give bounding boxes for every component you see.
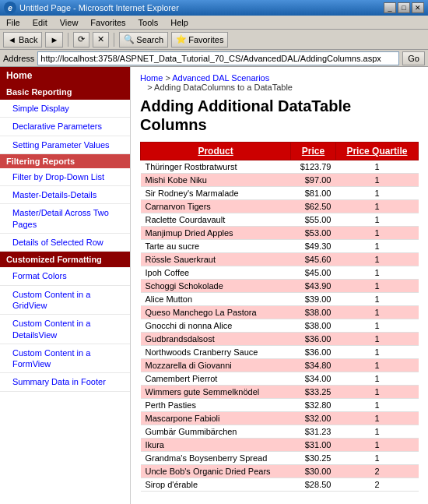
table-row: Uncle Bob's Organic Dried Pears$30.002 [141, 465, 419, 478]
table-row: Ipoh Coffee$45.001 [141, 266, 419, 280]
table-cell-15-0: Mozzarella di Giovanni [141, 359, 291, 372]
table-cell-22-2: 1 [335, 452, 418, 465]
sidebar-item-master-details[interactable]: Master-Details-Details [0, 186, 130, 204]
sidebar-item-filter-dropdown[interactable]: Filter by Drop-Down List [0, 168, 130, 186]
table-cell-6-1: $49.30 [291, 240, 336, 253]
table-cell-1-0: Mishi Kobe Niku [141, 174, 291, 187]
sidebar-item-declarative-parameters[interactable]: Declarative Parameters [0, 118, 130, 136]
col-header-price[interactable]: Price [291, 143, 336, 160]
table-cell-10-1: $39.00 [291, 293, 336, 306]
search-icon: 🔍 [124, 34, 135, 44]
table-cell-6-0: Tarte au sucre [141, 240, 291, 253]
data-table: Product Price Price Quartile Thüringer R… [140, 142, 419, 492]
sidebar-item-setting-parameter-values[interactable]: Setting Parameter Values [0, 136, 130, 154]
table-cell-16-2: 1 [335, 372, 418, 386]
close-button[interactable]: ✕ [412, 2, 424, 13]
menu-edit[interactable]: Edit [30, 17, 51, 28]
table-cell-3-0: Carnarvon Tigers [141, 200, 291, 213]
table-row: Rössle Sauerkraut$45.601 [141, 253, 419, 266]
content-area: Home > Advanced DAL Scenarios > Adding D… [131, 67, 428, 504]
table-row: Wimmers gute Semmelknödel$33.251 [141, 386, 419, 399]
forward-button[interactable]: ► [45, 32, 63, 48]
refresh-button[interactable]: ⟳ [73, 32, 89, 48]
col-header-product[interactable]: Product [141, 143, 291, 160]
sidebar-section-basic-reporting[interactable]: Basic Reporting [0, 84, 130, 100]
table-cell-18-2: 1 [335, 399, 418, 412]
go-button[interactable]: Go [402, 51, 425, 65]
table-cell-12-0: Gnocchi di nonna Alice [141, 319, 291, 333]
table-row: Grandma's Boysenberry Spread$30.251 [141, 452, 419, 465]
table-cell-20-1: $31.23 [291, 425, 336, 439]
toolbar-separator-2 [114, 33, 114, 47]
sidebar-home[interactable]: Home [0, 67, 130, 84]
address-input[interactable] [37, 51, 399, 65]
table-row: Mascarpone Fabioli$32.001 [141, 412, 419, 425]
table-cell-19-1: $32.00 [291, 412, 336, 425]
table-cell-17-1: $33.25 [291, 386, 336, 399]
table-row: Sir Rodney's Marmalade$81.001 [141, 187, 419, 200]
table-cell-12-1: $38.00 [291, 319, 336, 333]
address-label: Address [3, 54, 34, 63]
table-cell-4-0: Raclette Courdavault [141, 213, 291, 227]
table-row: Mishi Kobe Niku$97.001 [141, 174, 419, 187]
sidebar-item-master-detail-across[interactable]: Master/Detail Across Two Pages [0, 204, 130, 234]
table-cell-0-1: $123.79 [291, 160, 336, 174]
table-row: Northwoods Cranberry Sauce$36.001 [141, 346, 419, 359]
table-cell-5-1: $53.00 [291, 227, 336, 240]
table-cell-21-2: 1 [335, 439, 418, 452]
toolbar: ◄ Back ► ⟳ ✕ 🔍 Search ⭐ Favorites [0, 30, 428, 50]
menu-tools[interactable]: Tools [135, 17, 162, 28]
col-header-quartile[interactable]: Price Quartile [335, 143, 418, 160]
sidebar-section-customized-formatting[interactable]: Customized Formatting [0, 252, 130, 267]
table-cell-0-2: 1 [335, 160, 418, 174]
table-row: Gnocchi di nonna Alice$38.001 [141, 319, 419, 333]
table-cell-15-1: $34.80 [291, 359, 336, 372]
stop-button[interactable]: ✕ [93, 32, 109, 48]
sidebar-item-format-colors[interactable]: Format Colors [0, 267, 130, 285]
table-row: Camembert Pierrot$34.001 [141, 372, 419, 386]
table-cell-0-0: Thüringer Rostbratwurst [141, 160, 291, 174]
table-cell-10-0: Alice Mutton [141, 293, 291, 306]
table-cell-23-2: 2 [335, 465, 418, 478]
table-cell-9-0: Schoggi Schokolade [141, 280, 291, 293]
menu-view[interactable]: View [57, 17, 82, 28]
sidebar-item-simple-display[interactable]: Simple Display [0, 100, 130, 118]
back-button[interactable]: ◄ Back [3, 32, 42, 48]
search-button[interactable]: 🔍 Search [119, 32, 168, 48]
table-cell-7-0: Rössle Sauerkraut [141, 253, 291, 266]
table-cell-11-0: Queso Manchego La Pastora [141, 306, 291, 319]
table-cell-9-2: 1 [335, 280, 418, 293]
table-cell-4-1: $55.00 [291, 213, 336, 227]
table-row: Tarte au sucre$49.301 [141, 240, 419, 253]
menu-file[interactable]: File [3, 17, 23, 28]
table-row: Manjimup Dried Apples$53.001 [141, 227, 419, 240]
table-row: Raclette Courdavault$55.001 [141, 213, 419, 227]
table-cell-19-0: Mascarpone Fabioli [141, 412, 291, 425]
table-cell-2-1: $81.00 [291, 187, 336, 200]
table-row: Gudbrandsdalsost$36.001 [141, 333, 419, 346]
breadcrumb-section[interactable]: Advanced DAL Scenarios [172, 73, 269, 83]
maximize-button[interactable]: □ [398, 2, 410, 13]
favorites-button[interactable]: ⭐ Favorites [171, 32, 228, 48]
breadcrumb-home[interactable]: Home [140, 73, 163, 83]
table-row: Mozzarella di Giovanni$34.801 [141, 359, 419, 372]
table-cell-7-2: 1 [335, 253, 418, 266]
sidebar-item-details-selected-row[interactable]: Details of Selected Row [0, 234, 130, 252]
sidebar: Home Basic Reporting Simple Display Decl… [0, 67, 131, 504]
table-cell-1-2: 1 [335, 174, 418, 187]
menu-favorites[interactable]: Favorites [87, 17, 128, 28]
table-cell-1-1: $97.00 [291, 174, 336, 187]
table-cell-20-2: 1 [335, 425, 418, 439]
menu-help[interactable]: Help [167, 17, 191, 28]
table-cell-8-2: 1 [335, 266, 418, 280]
table-cell-22-1: $30.25 [291, 452, 336, 465]
sidebar-item-custom-gridview[interactable]: Custom Content in a GridView [0, 286, 130, 315]
sidebar-section-filtering-reports[interactable]: Filtering Reports [0, 154, 130, 168]
sidebar-item-summary-footer[interactable]: Summary Data in Footer [0, 373, 130, 391]
minimize-button[interactable]: _ [384, 2, 396, 13]
table-row: Sirop d'érable$28.502 [141, 478, 419, 492]
table-cell-23-0: Uncle Bob's Organic Dried Pears [141, 465, 291, 478]
sidebar-item-custom-detailsview[interactable]: Custom Content in a DetailsView [0, 315, 130, 344]
sidebar-item-custom-formview[interactable]: Custom Content in a FormView [0, 344, 130, 374]
breadcrumb-page: Adding DataColumns to a DataTable [154, 83, 293, 92]
